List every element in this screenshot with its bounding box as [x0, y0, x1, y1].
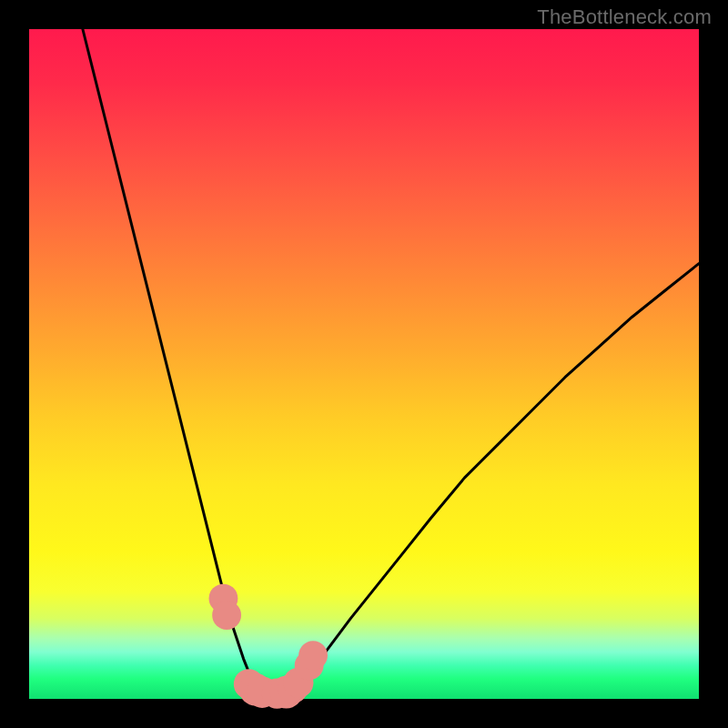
bottleneck-curve	[83, 29, 699, 695]
watermark-text: TheBottleneck.com	[537, 5, 712, 29]
data-markers	[209, 584, 329, 709]
data-marker	[298, 641, 328, 670]
data-marker	[212, 601, 241, 630]
chart-frame: TheBottleneck.com	[0, 0, 728, 728]
curve-path	[83, 29, 699, 695]
chart-svg	[29, 29, 699, 699]
